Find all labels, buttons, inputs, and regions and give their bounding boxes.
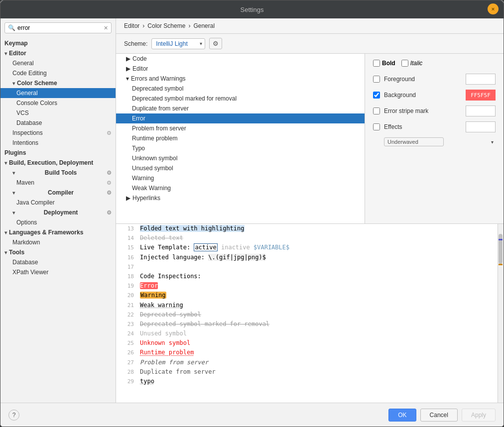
sidebar-item-tools[interactable]: ▾ Tools <box>0 247 116 257</box>
sidebar-item-keymap[interactable]: Keymap <box>0 38 116 48</box>
tree-item-weak-warning[interactable]: Weak Warning <box>116 183 365 193</box>
sidebar-item-markdown[interactable]: Markdown <box>0 237 116 247</box>
settings-dialog: Settings × 🔍 ✕ Keymap ▾ <box>0 0 504 427</box>
effects-label: Effects <box>384 123 462 130</box>
tree-item-typo[interactable]: Typo <box>116 143 365 153</box>
breadcrumb-editor: Editor <box>124 22 139 29</box>
sidebar-item-inspections[interactable]: Inspections ⚙ <box>0 128 116 138</box>
tree-item-editor[interactable]: ▶ Editor <box>116 64 365 74</box>
chevron-down-icon5: ▾ <box>12 190 15 196</box>
chevron-right-icon: ▶ <box>126 55 130 62</box>
italic-checkbox[interactable] <box>401 60 408 67</box>
sidebar-item-build-tools[interactable]: ▾ Build Tools ⚙ <box>0 168 116 178</box>
bold-check-row: Bold <box>373 60 395 67</box>
sidebar-item-plugins[interactable]: Plugins <box>0 148 116 158</box>
ok-button[interactable]: OK <box>388 409 416 422</box>
apply-button[interactable]: Apply <box>462 409 496 422</box>
code-line-16: 16 Injected language: \.(gif|jpg|png)$ <box>116 253 498 262</box>
sidebar-item-intentions[interactable]: Intentions <box>0 138 116 148</box>
code-line-15: 15 Live Template: active inactive $VARIA… <box>116 243 498 252</box>
error-stripe-checkbox[interactable] <box>373 107 380 114</box>
search-bar: 🔍 ✕ <box>0 18 116 36</box>
tree-item-error[interactable]: Error <box>116 113 365 123</box>
scrollbar-mark-orange <box>499 264 503 265</box>
background-checkbox[interactable] <box>373 92 380 99</box>
chevron-down-icon4: ▾ <box>12 170 15 176</box>
search-clear-icon[interactable]: ✕ <box>104 25 108 31</box>
cancel-button[interactable]: Cancel <box>420 409 458 422</box>
sidebar-item-console-colors[interactable]: Console Colors <box>0 98 116 108</box>
sidebar-item-vcs[interactable]: VCS <box>0 108 116 118</box>
scheme-select[interactable]: IntelliJ Light Darcula High Contrast <box>151 38 205 49</box>
sidebar-item-general2[interactable]: General <box>0 88 116 98</box>
background-color-box[interactable]: FF5F5F <box>466 90 496 101</box>
editor-area: ▶ Code ▶ Editor ▾ Errors and Warnings <box>116 54 504 223</box>
sidebar-item-xpath[interactable]: XPath Viewer <box>0 267 116 277</box>
tree-item-hyperlinks[interactable]: ▶ Hyperlinks <box>116 193 365 203</box>
sidebar-item-color-scheme[interactable]: ▾ Color Scheme <box>0 78 116 88</box>
code-line-24: 24 Unused symbol <box>116 329 498 338</box>
chevron-down-icon2: ▾ <box>12 81 15 86</box>
tree-item-duplicate-server[interactable]: Duplicate from server <box>116 104 365 113</box>
scrollbar-thumb[interactable] <box>499 234 503 264</box>
error-stripe-row: Error stripe mark <box>373 106 496 116</box>
gear-icon5: ⚙ <box>107 210 112 216</box>
tree-item-warning[interactable]: Warning <box>116 173 365 183</box>
background-row: Background FF5F5F <box>373 90 496 101</box>
main-area: 🔍 ✕ Keymap ▾ Editor General <box>0 18 504 403</box>
search-input[interactable] <box>17 24 104 31</box>
tree-item-deprecated-removal[interactable]: Deprecated symbol marked for removal <box>116 94 365 104</box>
code-line-20: 20 Warning <box>116 291 498 300</box>
sidebar-item-editor[interactable]: ▾ Editor <box>0 48 116 58</box>
chevron-down-icon3: ▾ <box>4 160 7 166</box>
effects-row: Effects <box>373 121 496 132</box>
chevron-right-icon3: ▶ <box>126 195 130 202</box>
tree-item-code[interactable]: ▶ Code <box>116 54 365 64</box>
scheme-bar: Scheme: IntelliJ Light Darcula High Cont… <box>116 34 504 54</box>
chevron-down-icon: ▾ <box>4 51 7 56</box>
effects-color-box[interactable] <box>466 121 496 132</box>
tree-item-errors-warnings[interactable]: ▾ Errors and Warnings <box>116 74 365 84</box>
scheme-tree: ▶ Code ▶ Editor ▾ Errors and Warnings <box>116 54 365 223</box>
code-line-26: 26 Runtime problem <box>116 348 498 357</box>
foreground-color-box[interactable] <box>466 74 496 85</box>
sidebar-item-general[interactable]: General <box>0 58 116 68</box>
tree-item-problem-server[interactable]: Problem from server <box>116 123 365 133</box>
effects-select[interactable]: Underwaved Underscored Bold Underscored … <box>384 137 444 146</box>
sidebar-item-database[interactable]: Database <box>0 118 116 128</box>
sidebar: 🔍 ✕ Keymap ▾ Editor General <box>0 18 116 403</box>
chevron-down-icon6: ▾ <box>12 210 15 215</box>
vertical-scrollbar[interactable] <box>498 224 504 403</box>
effects-checkbox[interactable] <box>373 123 380 130</box>
right-panel: Editor › Color Scheme › General Scheme: … <box>116 18 504 403</box>
scheme-gear-button[interactable]: ⚙ <box>209 38 222 49</box>
gear-icon4: ⚙ <box>107 190 112 196</box>
tree-item-unknown-symbol[interactable]: Unknown symbol <box>116 153 365 163</box>
code-line-25: 25 Unknown symbol <box>116 338 498 348</box>
sidebar-item-compiler[interactable]: ▾ Compiler ⚙ <box>0 188 116 198</box>
keymap-label: Keymap <box>4 40 28 47</box>
sidebar-item-java-compiler[interactable]: Java Compiler <box>0 198 116 208</box>
sidebar-item-languages[interactable]: ▾ Languages & Frameworks <box>0 227 116 237</box>
chevron-right-icon2: ▶ <box>126 65 130 72</box>
sidebar-item-maven[interactable]: Maven ⚙ <box>0 178 116 188</box>
sidebar-item-database2[interactable]: Database <box>0 257 116 267</box>
help-button[interactable]: ? <box>8 410 19 421</box>
tree-item-deprecated[interactable]: Deprecated symbol <box>116 84 365 94</box>
sidebar-item-code-editing[interactable]: Code Editing <box>0 68 116 78</box>
error-stripe-color-box[interactable] <box>466 106 496 116</box>
sidebar-item-options[interactable]: Options <box>0 217 116 227</box>
breadcrumb-sep1: › <box>142 22 144 29</box>
bottom-right: OK Cancel Apply <box>388 409 496 422</box>
code-line-27: 27 Problem from server <box>116 358 498 367</box>
code-line-21: 21 Weak warning <box>116 301 498 310</box>
sidebar-item-build-exec[interactable]: ▾ Build, Execution, Deployment <box>0 158 116 168</box>
tree-item-unused-symbol[interactable]: Unused symbol <box>116 163 365 173</box>
bold-checkbox[interactable] <box>373 60 380 67</box>
close-button[interactable]: × <box>488 3 499 14</box>
foreground-checkbox[interactable] <box>373 76 380 83</box>
tree-item-runtime-problem[interactable]: Runtime problem <box>116 133 365 143</box>
sidebar-item-deployment[interactable]: ▾ Deployment ⚙ <box>0 208 116 217</box>
search-wrap[interactable]: 🔍 ✕ <box>4 22 112 33</box>
chevron-down-icon7: ▾ <box>4 230 7 235</box>
